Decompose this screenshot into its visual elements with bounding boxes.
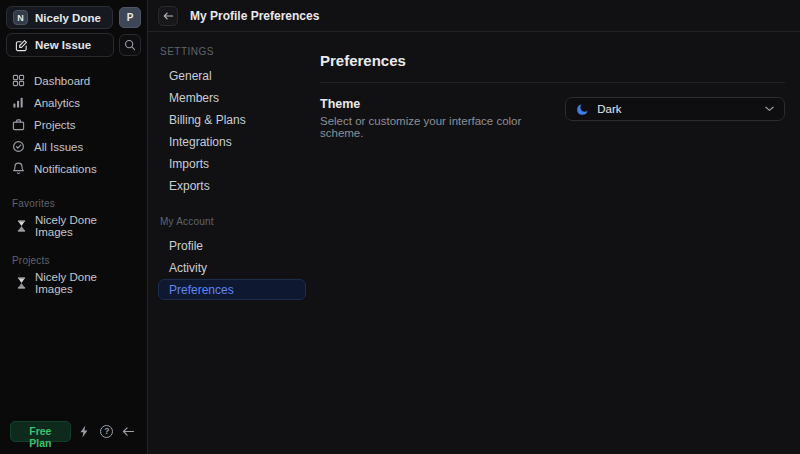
page-title: My Profile Preferences xyxy=(190,9,319,23)
settings-item-activity[interactable]: Activity xyxy=(158,257,306,278)
settings-item-general[interactable]: General xyxy=(158,65,306,86)
upgrade-bolt-button[interactable] xyxy=(77,420,93,442)
panel-title: Preferences xyxy=(320,52,785,69)
sidebar-item-dashboard[interactable]: Dashboard xyxy=(6,70,141,91)
sidebar-spacer xyxy=(6,294,141,418)
dashboard-icon xyxy=(12,74,25,87)
chevron-down-icon xyxy=(765,106,774,112)
notifications-icon xyxy=(12,162,25,175)
theme-setting-text: Theme Select or customize your interface… xyxy=(320,97,565,139)
new-issue-row: New Issue xyxy=(6,33,141,57)
theme-setting-row: Theme Select or customize your interface… xyxy=(320,97,785,139)
content-area: My Profile Preferences SETTINGS General … xyxy=(148,0,800,454)
settings-item-exports[interactable]: Exports xyxy=(158,175,306,196)
help-icon: ? xyxy=(100,425,113,438)
projects-section-label: Projects xyxy=(6,255,141,266)
workspace-switcher[interactable]: N Nicely Done xyxy=(6,6,113,29)
sidebar-item-label: Projects xyxy=(34,119,76,131)
sidebar-item-all-issues[interactable]: All Issues xyxy=(6,136,141,157)
workspace-avatar: N xyxy=(13,10,28,25)
settings-section-label: SETTINGS xyxy=(158,46,306,57)
new-issue-button[interactable]: New Issue xyxy=(6,33,114,57)
hourglass-icon xyxy=(16,220,27,232)
sidebar-footer: Free Plan ? xyxy=(6,418,141,446)
theme-label: Theme xyxy=(320,97,565,111)
theme-selected-value: Dark xyxy=(597,103,757,115)
bolt-icon xyxy=(79,425,90,438)
projects-icon xyxy=(12,118,25,131)
account-section-label: My Account xyxy=(158,216,306,227)
settings-item-profile[interactable]: Profile xyxy=(158,235,306,256)
workspace-row: N Nicely Done P xyxy=(6,6,141,29)
settings-item-preferences[interactable]: Preferences xyxy=(158,279,306,300)
project-item[interactable]: Nicely Done Images xyxy=(6,272,141,294)
collapse-sidebar-button[interactable] xyxy=(121,420,137,442)
settings-body: SETTINGS General Members Billing & Plans… xyxy=(148,32,800,454)
page-header: My Profile Preferences xyxy=(148,0,800,32)
analytics-icon xyxy=(12,96,25,109)
sidebar-item-label: All Issues xyxy=(34,141,83,153)
settings-item-imports[interactable]: Imports xyxy=(158,153,306,174)
divider xyxy=(320,82,785,83)
help-button[interactable]: ? xyxy=(99,420,115,442)
sidebar-item-projects[interactable]: Projects xyxy=(6,114,141,135)
new-issue-label: New Issue xyxy=(35,39,91,51)
moon-icon xyxy=(576,103,589,116)
search-icon xyxy=(124,39,136,51)
free-plan-button[interactable]: Free Plan xyxy=(10,421,71,442)
sidebar-item-label: Dashboard xyxy=(34,75,90,87)
back-button[interactable] xyxy=(158,6,178,26)
sidebar-item-label: Analytics xyxy=(34,97,80,109)
compose-icon xyxy=(15,39,28,52)
sidebar-item-label: Notifications xyxy=(34,163,97,175)
sidebar: N Nicely Done P New Issue xyxy=(0,0,148,454)
project-item-label: Nicely Done Images xyxy=(35,271,135,295)
preferences-panel: Preferences Theme Select or customize yo… xyxy=(320,32,800,454)
theme-select[interactable]: Dark xyxy=(565,97,785,121)
settings-item-billing[interactable]: Billing & Plans xyxy=(158,109,306,130)
hourglass-icon xyxy=(16,277,27,289)
user-avatar[interactable]: P xyxy=(119,7,141,28)
favorite-item-label: Nicely Done Images xyxy=(35,214,135,238)
sidebar-item-analytics[interactable]: Analytics xyxy=(6,92,141,113)
all-issues-icon xyxy=(12,140,25,153)
sidebar-nav: Dashboard Analytics Projects All Issues xyxy=(6,69,141,180)
sidebar-item-notifications[interactable]: Notifications xyxy=(6,158,141,179)
app-window: N Nicely Done P New Issue xyxy=(0,0,800,454)
favorites-section-label: Favorites xyxy=(6,198,141,209)
search-button[interactable] xyxy=(119,34,141,56)
settings-item-integrations[interactable]: Integrations xyxy=(158,131,306,152)
arrow-left-icon xyxy=(122,426,135,437)
settings-nav: SETTINGS General Members Billing & Plans… xyxy=(148,32,320,454)
workspace-name: Nicely Done xyxy=(35,12,101,24)
arrow-left-icon xyxy=(163,11,174,21)
settings-item-members[interactable]: Members xyxy=(158,87,306,108)
favorite-item[interactable]: Nicely Done Images xyxy=(6,215,141,237)
theme-description: Select or customize your interface color… xyxy=(320,115,565,139)
